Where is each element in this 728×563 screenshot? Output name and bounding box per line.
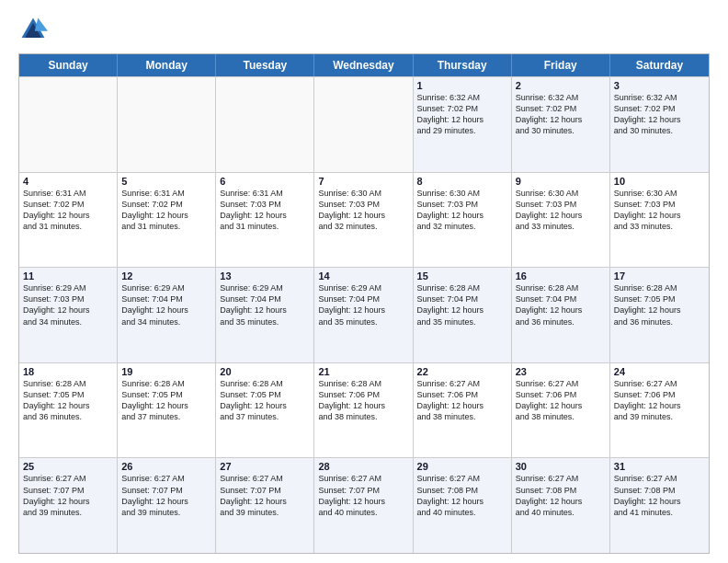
cal-cell: 19Sunrise: 6:28 AM Sunset: 7:05 PM Dayli… bbox=[118, 363, 216, 458]
cell-text: Sunrise: 6:32 AM Sunset: 7:02 PM Dayligh… bbox=[614, 92, 705, 137]
cell-text: Sunrise: 6:27 AM Sunset: 7:06 PM Dayligh… bbox=[516, 378, 606, 423]
cal-header-day: Wednesday bbox=[314, 54, 413, 76]
cell-text: Sunrise: 6:27 AM Sunset: 7:07 PM Dayligh… bbox=[318, 473, 408, 518]
cal-cell: 1Sunrise: 6:32 AM Sunset: 7:02 PM Daylig… bbox=[414, 77, 512, 172]
calendar-body: 1Sunrise: 6:32 AM Sunset: 7:02 PM Daylig… bbox=[19, 76, 709, 553]
calendar: SundayMondayTuesdayWednesdayThursdayFrid… bbox=[18, 53, 710, 554]
day-number: 7 bbox=[318, 176, 408, 187]
cal-header-day: Sunday bbox=[19, 54, 118, 76]
day-number: 12 bbox=[121, 270, 211, 282]
cal-week: 25Sunrise: 6:27 AM Sunset: 7:07 PM Dayli… bbox=[19, 457, 709, 553]
cell-text: Sunrise: 6:28 AM Sunset: 7:05 PM Dayligh… bbox=[220, 378, 310, 423]
cell-text: Sunrise: 6:32 AM Sunset: 7:02 PM Dayligh… bbox=[417, 92, 507, 137]
day-number: 8 bbox=[417, 176, 507, 187]
cal-week: 1Sunrise: 6:32 AM Sunset: 7:02 PM Daylig… bbox=[19, 76, 709, 172]
cal-cell: 27Sunrise: 6:27 AM Sunset: 7:07 PM Dayli… bbox=[216, 458, 314, 553]
cal-cell: 7Sunrise: 6:30 AM Sunset: 7:03 PM Daylig… bbox=[314, 173, 413, 268]
cal-cell: 17Sunrise: 6:28 AM Sunset: 7:05 PM Dayli… bbox=[610, 268, 709, 362]
day-number: 2 bbox=[516, 80, 606, 91]
cal-cell: 15Sunrise: 6:28 AM Sunset: 7:04 PM Dayli… bbox=[414, 268, 512, 362]
cal-cell: 23Sunrise: 6:27 AM Sunset: 7:06 PM Dayli… bbox=[512, 363, 610, 458]
cal-cell: 29Sunrise: 6:27 AM Sunset: 7:08 PM Dayli… bbox=[414, 458, 512, 553]
header bbox=[18, 15, 710, 44]
svg-marker-2 bbox=[35, 18, 48, 31]
logo bbox=[18, 15, 51, 44]
cal-header-day: Thursday bbox=[414, 54, 512, 76]
logo-icon bbox=[18, 15, 48, 44]
cal-cell: 13Sunrise: 6:29 AM Sunset: 7:04 PM Dayli… bbox=[216, 268, 314, 362]
day-number: 13 bbox=[220, 270, 310, 282]
cell-text: Sunrise: 6:29 AM Sunset: 7:04 PM Dayligh… bbox=[220, 282, 310, 327]
cal-week: 11Sunrise: 6:29 AM Sunset: 7:03 PM Dayli… bbox=[19, 267, 709, 362]
cal-cell: 31Sunrise: 6:27 AM Sunset: 7:08 PM Dayli… bbox=[610, 458, 709, 553]
cell-text: Sunrise: 6:27 AM Sunset: 7:07 PM Dayligh… bbox=[220, 473, 310, 518]
cell-text: Sunrise: 6:30 AM Sunset: 7:03 PM Dayligh… bbox=[516, 188, 606, 233]
day-number: 26 bbox=[121, 461, 211, 472]
cal-cell: 16Sunrise: 6:28 AM Sunset: 7:04 PM Dayli… bbox=[512, 268, 610, 362]
cell-text: Sunrise: 6:28 AM Sunset: 7:05 PM Dayligh… bbox=[23, 378, 113, 423]
day-number: 4 bbox=[23, 176, 113, 187]
cal-cell: 8Sunrise: 6:30 AM Sunset: 7:03 PM Daylig… bbox=[414, 173, 512, 268]
cal-cell: 4Sunrise: 6:31 AM Sunset: 7:02 PM Daylig… bbox=[19, 173, 118, 268]
cell-text: Sunrise: 6:27 AM Sunset: 7:07 PM Dayligh… bbox=[23, 473, 113, 518]
cal-cell: 20Sunrise: 6:28 AM Sunset: 7:05 PM Dayli… bbox=[216, 363, 314, 458]
cal-cell: 11Sunrise: 6:29 AM Sunset: 7:03 PM Dayli… bbox=[19, 268, 118, 362]
cal-cell: 2Sunrise: 6:32 AM Sunset: 7:02 PM Daylig… bbox=[512, 77, 610, 172]
cell-text: Sunrise: 6:27 AM Sunset: 7:08 PM Dayligh… bbox=[516, 473, 606, 518]
cell-text: Sunrise: 6:27 AM Sunset: 7:06 PM Dayligh… bbox=[614, 378, 705, 423]
cell-text: Sunrise: 6:27 AM Sunset: 7:08 PM Dayligh… bbox=[614, 473, 705, 518]
day-number: 22 bbox=[417, 366, 507, 377]
day-number: 10 bbox=[614, 176, 705, 187]
day-number: 5 bbox=[121, 176, 211, 187]
cell-text: Sunrise: 6:28 AM Sunset: 7:04 PM Dayligh… bbox=[417, 282, 507, 327]
day-number: 27 bbox=[220, 461, 310, 472]
cal-cell: 25Sunrise: 6:27 AM Sunset: 7:07 PM Dayli… bbox=[19, 458, 118, 553]
day-number: 25 bbox=[23, 461, 113, 472]
cal-cell: 22Sunrise: 6:27 AM Sunset: 7:06 PM Dayli… bbox=[414, 363, 512, 458]
day-number: 31 bbox=[614, 461, 705, 472]
cell-text: Sunrise: 6:28 AM Sunset: 7:05 PM Dayligh… bbox=[121, 378, 211, 423]
cal-cell bbox=[118, 77, 216, 172]
cal-cell bbox=[314, 77, 413, 172]
cal-cell: 28Sunrise: 6:27 AM Sunset: 7:07 PM Dayli… bbox=[314, 458, 413, 553]
day-number: 3 bbox=[614, 80, 705, 91]
day-number: 1 bbox=[417, 80, 507, 91]
cell-text: Sunrise: 6:27 AM Sunset: 7:08 PM Dayligh… bbox=[417, 473, 507, 518]
day-number: 17 bbox=[614, 270, 705, 282]
cell-text: Sunrise: 6:30 AM Sunset: 7:03 PM Dayligh… bbox=[417, 188, 507, 233]
cal-cell: 12Sunrise: 6:29 AM Sunset: 7:04 PM Dayli… bbox=[118, 268, 216, 362]
cell-text: Sunrise: 6:32 AM Sunset: 7:02 PM Dayligh… bbox=[516, 92, 606, 137]
cal-cell: 24Sunrise: 6:27 AM Sunset: 7:06 PM Dayli… bbox=[610, 363, 709, 458]
day-number: 14 bbox=[318, 270, 408, 282]
cal-header-day: Friday bbox=[512, 54, 610, 76]
cell-text: Sunrise: 6:31 AM Sunset: 7:02 PM Dayligh… bbox=[23, 188, 113, 233]
cal-cell: 26Sunrise: 6:27 AM Sunset: 7:07 PM Dayli… bbox=[118, 458, 216, 553]
cal-cell: 18Sunrise: 6:28 AM Sunset: 7:05 PM Dayli… bbox=[19, 363, 118, 458]
cal-cell: 21Sunrise: 6:28 AM Sunset: 7:06 PM Dayli… bbox=[314, 363, 413, 458]
day-number: 19 bbox=[121, 366, 211, 377]
day-number: 29 bbox=[417, 461, 507, 472]
cell-text: Sunrise: 6:28 AM Sunset: 7:06 PM Dayligh… bbox=[318, 378, 408, 423]
cal-cell: 6Sunrise: 6:31 AM Sunset: 7:03 PM Daylig… bbox=[216, 173, 314, 268]
cell-text: Sunrise: 6:30 AM Sunset: 7:03 PM Dayligh… bbox=[318, 188, 408, 233]
cell-text: Sunrise: 6:27 AM Sunset: 7:06 PM Dayligh… bbox=[417, 378, 507, 423]
calendar-header: SundayMondayTuesdayWednesdayThursdayFrid… bbox=[19, 54, 709, 76]
day-number: 6 bbox=[220, 176, 310, 187]
day-number: 30 bbox=[516, 461, 606, 472]
page: SundayMondayTuesdayWednesdayThursdayFrid… bbox=[0, 0, 728, 563]
cell-text: Sunrise: 6:31 AM Sunset: 7:02 PM Dayligh… bbox=[121, 188, 211, 233]
day-number: 24 bbox=[614, 366, 705, 377]
day-number: 21 bbox=[318, 366, 408, 377]
cal-cell: 10Sunrise: 6:30 AM Sunset: 7:03 PM Dayli… bbox=[610, 173, 709, 268]
day-number: 28 bbox=[318, 461, 408, 472]
cal-cell bbox=[19, 77, 118, 172]
cal-cell: 30Sunrise: 6:27 AM Sunset: 7:08 PM Dayli… bbox=[512, 458, 610, 553]
day-number: 15 bbox=[417, 270, 507, 282]
cell-text: Sunrise: 6:28 AM Sunset: 7:04 PM Dayligh… bbox=[516, 282, 606, 327]
day-number: 11 bbox=[23, 270, 113, 282]
cell-text: Sunrise: 6:30 AM Sunset: 7:03 PM Dayligh… bbox=[614, 188, 705, 233]
cal-cell bbox=[216, 77, 314, 172]
cell-text: Sunrise: 6:29 AM Sunset: 7:04 PM Dayligh… bbox=[318, 282, 408, 327]
cal-cell: 3Sunrise: 6:32 AM Sunset: 7:02 PM Daylig… bbox=[610, 77, 709, 172]
cal-week: 18Sunrise: 6:28 AM Sunset: 7:05 PM Dayli… bbox=[19, 362, 709, 458]
